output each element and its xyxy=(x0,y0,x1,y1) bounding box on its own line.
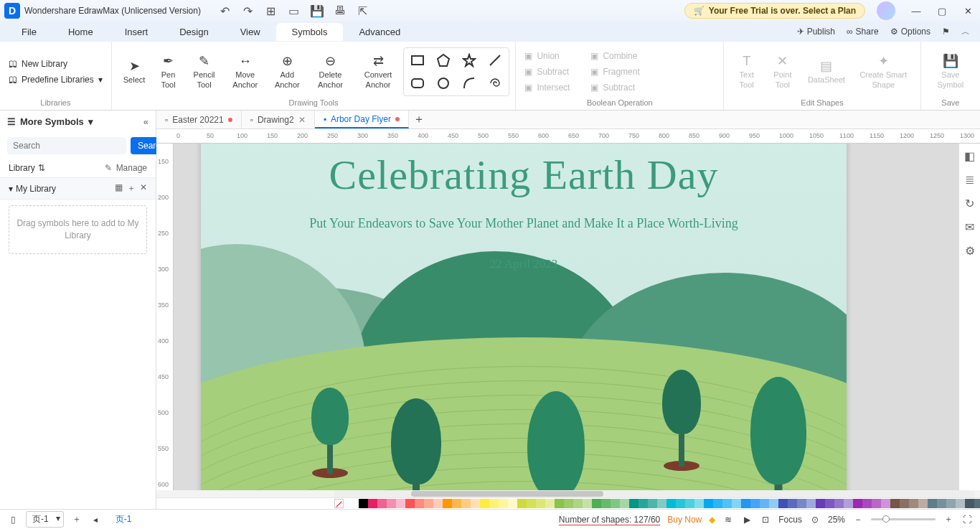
canvas[interactable]: Celebrating Earth Day Put Your Endeavors… xyxy=(174,144,958,490)
notification-button[interactable]: ⚑ xyxy=(938,27,954,37)
color-swatch[interactable] xyxy=(666,499,676,508)
color-swatch[interactable] xyxy=(592,499,601,508)
color-swatch[interactable] xyxy=(872,499,881,508)
doc-tab-arbor[interactable]: ▪Arbor Day Flyer xyxy=(315,111,409,128)
color-swatch[interactable] xyxy=(890,499,900,508)
flyer-title[interactable]: Celebrating Earth Day xyxy=(201,151,847,199)
pencil-tool[interactable]: ✎Pencil Tool xyxy=(186,52,222,90)
close-icon[interactable]: ✕ xyxy=(140,182,147,195)
add-anchor-tool[interactable]: ⊕Add Anchor xyxy=(268,52,306,90)
shape-pentagon[interactable] xyxy=(431,50,456,71)
color-swatch[interactable] xyxy=(741,499,750,508)
color-swatch[interactable] xyxy=(527,499,536,508)
collapse-panel-button[interactable]: « xyxy=(143,116,149,127)
color-swatch[interactable] xyxy=(461,499,471,508)
zoom-thumb[interactable] xyxy=(882,515,890,523)
color-swatch[interactable] xyxy=(508,499,517,508)
trial-banner[interactable]: 🛒 Your Free Trial is over. Select a Plan xyxy=(684,3,865,19)
color-swatch[interactable] xyxy=(862,499,872,508)
menu-advanced[interactable]: Advanced xyxy=(343,23,416,41)
select-tool[interactable]: ➤Select xyxy=(118,57,151,86)
minimize-button[interactable]: — xyxy=(908,6,924,17)
save-button[interactable]: 💾 xyxy=(311,5,323,17)
color-swatch[interactable] xyxy=(387,499,396,508)
color-swatch[interactable] xyxy=(611,499,620,508)
drop-zone[interactable]: Drag symbols here to add to My Library xyxy=(9,205,147,254)
open-button[interactable]: ▭ xyxy=(288,5,300,17)
color-swatch[interactable] xyxy=(359,499,368,508)
close-icon[interactable]: ✕ xyxy=(298,115,306,125)
color-swatch[interactable] xyxy=(685,499,694,508)
flyer-subtitle[interactable]: Put Your Endeavors to Save Your Mother P… xyxy=(201,214,847,233)
color-swatch[interactable] xyxy=(937,499,946,508)
color-swatch[interactable] xyxy=(555,499,564,508)
smart-shape-button[interactable]: ✦Create Smart Shape xyxy=(852,52,915,90)
scrollbar-thumb[interactable] xyxy=(411,491,603,497)
undo-button[interactable]: ↶ xyxy=(220,5,231,17)
no-fill-swatch[interactable] xyxy=(334,499,344,508)
settings-icon[interactable]: ⚙ xyxy=(965,244,975,258)
color-swatch[interactable] xyxy=(471,499,480,508)
combine-button[interactable]: ▣Combine xyxy=(588,50,652,62)
color-swatch[interactable] xyxy=(918,499,928,508)
fit-button[interactable]: ⊙ xyxy=(809,514,821,525)
edit-icon[interactable]: ✎ xyxy=(105,163,112,173)
color-swatch[interactable] xyxy=(946,499,956,508)
flyer-date[interactable]: 22 April 2023 xyxy=(201,257,847,271)
menu-view[interactable]: View xyxy=(225,23,276,41)
menu-insert[interactable]: Insert xyxy=(109,23,164,41)
point-tool[interactable]: ✕Point Tool xyxy=(765,52,801,90)
color-swatch[interactable] xyxy=(639,499,648,508)
color-swatch[interactable] xyxy=(349,499,359,508)
color-swatch[interactable] xyxy=(722,499,732,508)
color-swatch[interactable] xyxy=(853,499,862,508)
color-swatch[interactable] xyxy=(433,499,443,508)
search-input[interactable] xyxy=(7,137,126,154)
color-swatch[interactable] xyxy=(750,499,760,508)
color-swatch[interactable] xyxy=(648,499,657,508)
shape-line[interactable] xyxy=(483,50,507,71)
add-tab-button[interactable]: ＋ xyxy=(409,111,429,128)
buy-now-link[interactable]: Buy Now xyxy=(667,515,702,525)
sort-icon[interactable]: ⇅ xyxy=(38,163,45,173)
delete-anchor-tool[interactable]: ⊖Delete Anchor xyxy=(308,52,352,90)
panel-header[interactable]: ☰ More Symbols ▾ « xyxy=(0,111,156,133)
shape-circle[interactable] xyxy=(431,72,456,94)
color-swatch[interactable] xyxy=(368,499,377,508)
union-button[interactable]: ▣Union xyxy=(522,50,586,62)
color-swatch[interactable] xyxy=(676,499,685,508)
horizontal-scrollbar[interactable] xyxy=(334,490,974,497)
color-swatch[interactable] xyxy=(629,499,639,508)
focus-label[interactable]: Focus xyxy=(778,515,802,525)
color-swatch[interactable] xyxy=(657,499,666,508)
menu-home[interactable]: Home xyxy=(52,23,109,41)
history-icon[interactable]: ↻ xyxy=(965,197,974,210)
color-swatch[interactable] xyxy=(694,499,704,508)
zoom-in-button[interactable]: ＋ xyxy=(943,514,954,525)
color-swatch[interactable] xyxy=(769,499,778,508)
presentation-button[interactable]: ▶ xyxy=(741,514,753,525)
comments-icon[interactable]: ✉ xyxy=(965,220,974,234)
color-swatch[interactable] xyxy=(834,499,844,508)
grid-icon[interactable]: ▦ xyxy=(115,182,123,195)
save-symbol-button[interactable]: 💾Save Symbol xyxy=(927,52,974,90)
layers-icon[interactable]: ≣ xyxy=(965,173,974,187)
color-swatch[interactable] xyxy=(452,499,461,508)
my-library-section[interactable]: ▾ My Library ▦ ＋ ✕ xyxy=(0,177,156,200)
color-swatch[interactable] xyxy=(732,499,741,508)
color-swatch[interactable] xyxy=(797,499,806,508)
color-swatch[interactable] xyxy=(396,499,405,508)
subtract2-button[interactable]: ▣Subtract xyxy=(588,81,652,94)
color-swatch[interactable] xyxy=(844,499,853,508)
color-swatch[interactable] xyxy=(956,499,965,508)
page-selector[interactable]: 页-1 ▾ xyxy=(26,511,64,528)
focus-icon[interactable]: ⊡ xyxy=(760,514,771,525)
page[interactable]: Celebrating Earth Day Put Your Endeavors… xyxy=(201,144,847,490)
fragment-button[interactable]: ▣Fragment xyxy=(588,65,652,78)
color-swatch[interactable] xyxy=(443,499,452,508)
color-swatch[interactable] xyxy=(545,499,555,508)
color-swatch[interactable] xyxy=(620,499,629,508)
publish-button[interactable]: ✈Publish xyxy=(793,27,839,37)
color-swatch[interactable] xyxy=(536,499,545,508)
color-swatch[interactable] xyxy=(517,499,527,508)
